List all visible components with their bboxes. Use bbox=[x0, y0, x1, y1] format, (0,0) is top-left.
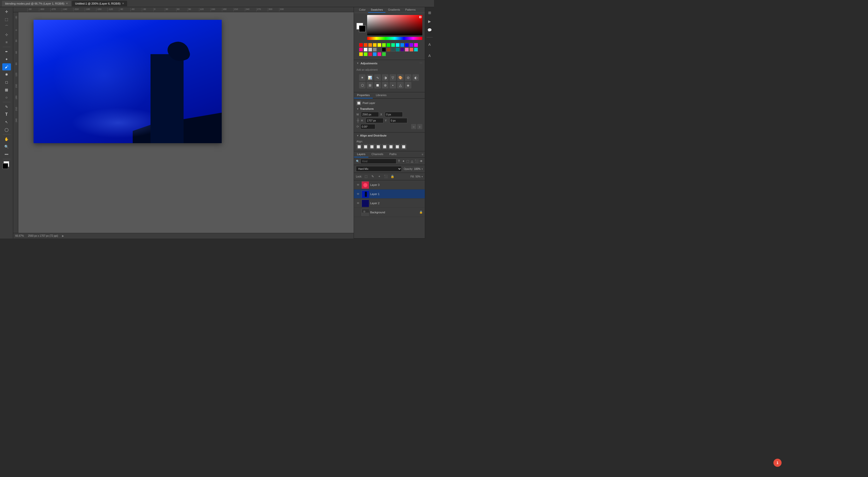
swatch-32CD32[interactable] bbox=[382, 52, 386, 56]
swatch-0000ff[interactable] bbox=[405, 43, 409, 47]
lock-transparent-btn[interactable]: ⬚ bbox=[364, 174, 369, 179]
color-balance-adj[interactable]: ⊙ bbox=[405, 74, 411, 81]
swatch-ff00ff[interactable] bbox=[414, 43, 418, 47]
panel-toggle-2[interactable]: ▶ bbox=[426, 18, 433, 25]
adjustments-expand-btn[interactable]: ⋯ bbox=[420, 62, 422, 65]
swatch-FFD700[interactable] bbox=[359, 52, 363, 56]
adjustments-panel-header[interactable]: ▼ Adjustments ⋯ bbox=[354, 60, 425, 66]
layer-item-background[interactable]: 👁 Background 🔒 bbox=[354, 208, 425, 217]
tab-blending-modes[interactable]: blending modes.psd @ 66.7% (Layer 1, RGB… bbox=[2, 1, 71, 6]
dodge-tool[interactable]: ○ bbox=[2, 94, 11, 101]
align-header[interactable]: ▼ Align and Distribute bbox=[354, 132, 425, 138]
swatch-00ff88[interactable] bbox=[391, 43, 395, 47]
swatch-4B0082[interactable] bbox=[400, 47, 404, 52]
align-bottom-btn[interactable]: ⬜ bbox=[388, 144, 394, 150]
close-tab-2[interactable]: ✕ bbox=[122, 2, 124, 5]
canvas-image[interactable] bbox=[34, 20, 222, 143]
swatch-ff8800[interactable] bbox=[368, 43, 372, 47]
swatch-1E90FF[interactable] bbox=[373, 52, 377, 56]
color-picker-handle[interactable] bbox=[419, 16, 421, 18]
magic-wand-tool[interactable]: ⊹ bbox=[2, 31, 11, 38]
color-lookup-adj[interactable]: 🔲 bbox=[374, 82, 381, 89]
swatch-2F4F4F[interactable] bbox=[391, 47, 395, 52]
swatch-ffcc00[interactable] bbox=[373, 43, 377, 47]
swatch-ff0088[interactable] bbox=[359, 47, 363, 52]
black-white-adj[interactable]: ◐ bbox=[412, 74, 419, 81]
swatch-00CED1[interactable] bbox=[414, 47, 418, 52]
gradient-tool[interactable]: ▦ bbox=[2, 86, 11, 93]
layer1-visibility[interactable]: 👁 bbox=[356, 192, 360, 196]
vibrance-adj[interactable]: ▽ bbox=[390, 74, 396, 81]
exposure-adj[interactable]: ◑ bbox=[382, 74, 389, 81]
tab-swatches[interactable]: Swatches bbox=[368, 7, 385, 13]
panel-toggle-4[interactable]: A bbox=[426, 41, 433, 48]
clone-stamp-tool[interactable]: ✱ bbox=[2, 71, 11, 78]
tab-patterns[interactable]: Patterns bbox=[403, 7, 418, 13]
filter-shape-btn[interactable]: △ bbox=[410, 159, 414, 164]
channel-mixer-adj[interactable]: ⊞ bbox=[367, 82, 373, 89]
crop-tool[interactable]: ⌗ bbox=[2, 39, 11, 46]
move-tool[interactable]: ✛ bbox=[2, 8, 11, 15]
align-top-btn[interactable]: ⬜ bbox=[375, 144, 381, 150]
tab-properties[interactable]: Properties bbox=[354, 92, 373, 98]
eraser-tool[interactable]: ◻ bbox=[2, 78, 11, 86]
eyedropper-tool[interactable]: ✒ bbox=[2, 48, 11, 55]
height-input[interactable] bbox=[366, 118, 383, 123]
blend-mode-select[interactable]: Hard Mix Normal Multiply Screen Overlay … bbox=[356, 166, 402, 171]
tab-paths[interactable]: Paths bbox=[386, 151, 400, 157]
swatch-444444[interactable] bbox=[377, 47, 381, 52]
fill-dropdown[interactable]: ▾ bbox=[422, 175, 423, 178]
lock-artboard-btn[interactable]: ⬛ bbox=[383, 174, 389, 179]
swatch-FF6347[interactable] bbox=[409, 47, 413, 52]
brush-tool[interactable]: 🖌 bbox=[2, 63, 11, 70]
swatch-7CFC00[interactable] bbox=[364, 52, 368, 56]
panel-toggle-3[interactable]: 💬 bbox=[426, 26, 433, 34]
hue-sat-adj[interactable]: 🎨 bbox=[397, 74, 404, 81]
layer-item-layer1[interactable]: 👁 Layer 1 bbox=[354, 189, 425, 198]
swatch-ffffff[interactable] bbox=[364, 47, 368, 52]
levels-adj[interactable]: 📊 bbox=[367, 74, 373, 81]
posterize-adj[interactable]: ▪ bbox=[390, 82, 396, 89]
align-right-btn[interactable]: ⬜ bbox=[369, 144, 375, 150]
align-left-btn[interactable]: ⬜ bbox=[356, 144, 362, 150]
selective-color-adj[interactable]: ◈ bbox=[405, 82, 411, 89]
filter-smart-btn[interactable]: ⬚ bbox=[406, 159, 409, 164]
filter-type-btn[interactable]: T bbox=[397, 159, 401, 164]
transform-header[interactable]: ▼ Transform bbox=[356, 107, 422, 110]
swatch-0088ff[interactable] bbox=[400, 43, 404, 47]
swatch-ff4400[interactable] bbox=[364, 43, 368, 47]
filter-adj-btn[interactable]: ✦ bbox=[402, 159, 405, 164]
swatch-888888[interactable] bbox=[373, 47, 377, 52]
curves-adj[interactable]: ∿ bbox=[374, 74, 381, 81]
ellipse-tool[interactable]: ◯ bbox=[2, 126, 11, 133]
photo-filter-adj[interactable]: ⬡ bbox=[359, 82, 366, 89]
color-spectrum[interactable] bbox=[367, 15, 422, 35]
flip-v-btn[interactable]: ↕ bbox=[417, 124, 422, 129]
filter-visible-btn[interactable]: 👁 bbox=[420, 159, 423, 164]
swatch-88ff00[interactable] bbox=[382, 43, 386, 47]
swatch-00ffff[interactable] bbox=[396, 43, 400, 47]
swatch-cccccc[interactable] bbox=[368, 47, 372, 52]
lock-position-btn[interactable]: + bbox=[377, 174, 382, 179]
angle-input[interactable] bbox=[361, 124, 375, 129]
x-input[interactable] bbox=[385, 112, 403, 117]
opacity-dropdown[interactable]: ▾ bbox=[422, 167, 423, 170]
align-center-h-btn[interactable]: ⬜ bbox=[363, 144, 368, 150]
swatch-8800ff[interactable] bbox=[409, 43, 413, 47]
rectangular-marquee-tool[interactable]: ⬚ bbox=[2, 16, 11, 23]
tab-gradients[interactable]: Gradients bbox=[385, 7, 403, 13]
lock-all-btn[interactable]: 🔒 bbox=[390, 174, 395, 179]
hue-bar[interactable] bbox=[367, 37, 422, 40]
swatch-ffff00[interactable] bbox=[377, 43, 381, 47]
type-tool[interactable]: T bbox=[2, 111, 11, 118]
close-tab-1[interactable]: ✕ bbox=[66, 2, 68, 5]
canvas-scroll[interactable] bbox=[18, 12, 354, 233]
swatch-FF69B4[interactable] bbox=[405, 47, 409, 52]
align-center-v-btn[interactable]: ⬜ bbox=[382, 144, 388, 150]
swatch-00ff00[interactable] bbox=[386, 43, 391, 47]
swatch-ff0000[interactable] bbox=[359, 43, 363, 47]
panel-toggle-5[interactable]: A bbox=[426, 52, 433, 59]
swatch-FF1493[interactable] bbox=[377, 52, 381, 56]
brightness-contrast-adj[interactable]: ☀ bbox=[359, 74, 366, 81]
path-selection-tool[interactable]: ↖ bbox=[2, 119, 11, 126]
